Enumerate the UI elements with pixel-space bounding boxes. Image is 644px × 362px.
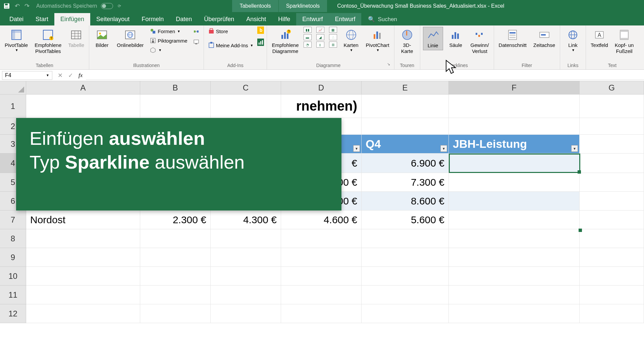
row-header-9[interactable]: 9 [0, 248, 26, 267]
row-header-11[interactable]: 11 [0, 286, 26, 304]
smartart-icon[interactable] [193, 28, 200, 35]
line-chart-icon[interactable]: 📈 [316, 27, 324, 33]
tab-formeln[interactable]: Formeln [136, 13, 170, 25]
col-header-G[interactable]: G [580, 81, 644, 95]
tab-daten[interactable]: Daten [170, 13, 198, 25]
redo-icon[interactable]: ↷ [24, 2, 30, 10]
screenshot-icon[interactable] [193, 38, 200, 45]
undo-icon[interactable]: ↶ [15, 2, 20, 10]
row-header-12[interactable]: 12 [0, 304, 26, 323]
autosave-toggle[interactable] [101, 3, 113, 9]
col-header-C[interactable]: C [211, 81, 281, 95]
row-header-10[interactable]: 10 [0, 267, 26, 286]
tab-einfuegen[interactable]: Einfügen [54, 13, 90, 25]
cell-E4[interactable]: 6.900 € [362, 154, 449, 173]
scatter-chart-icon[interactable]: ∴ [329, 34, 337, 40]
select-all-button[interactable] [0, 81, 26, 95]
cell-G6[interactable] [580, 192, 644, 210]
cell-F3[interactable]: JBH-Leistung▼ [449, 135, 580, 154]
meine-addins-button[interactable]: Meine Add-Ins▼ [207, 41, 255, 50]
cell-A1[interactable] [26, 95, 140, 118]
col-header-D[interactable]: D [281, 81, 362, 95]
filter-button[interactable]: ▼ [440, 145, 447, 152]
cell-F2[interactable] [449, 118, 580, 135]
pivotchart-button[interactable]: PivotChart ▼ [364, 27, 391, 53]
tabelle-button[interactable]: Tabelle [66, 27, 86, 50]
karten-button[interactable]: Karten ▼ [341, 27, 361, 53]
chevron-down-icon[interactable]: ▼ [46, 73, 49, 77]
3dmodel-button[interactable]: ▼ [148, 46, 189, 54]
filter-button[interactable]: ▼ [571, 145, 578, 152]
column-chart-icon[interactable]: ▮▮ [304, 27, 312, 33]
dialog-launcher-icon[interactable]: ↘ [387, 62, 391, 69]
range-handle[interactable] [579, 229, 582, 232]
sparkline-gewinn-button[interactable]: Gewinn/ Verlust [469, 27, 491, 56]
cell-B7[interactable]: 2.300 € [140, 210, 211, 229]
cell-G2[interactable] [580, 118, 644, 135]
stock-chart-icon[interactable]: ⫿ [316, 42, 324, 48]
tab-seitenlayout[interactable]: Seitenlayout [90, 13, 136, 25]
fx-icon[interactable]: fx [78, 72, 83, 79]
save-icon[interactable] [3, 3, 10, 9]
bar-chart-icon[interactable]: ▬ [304, 34, 312, 40]
cell-F1[interactable] [449, 95, 580, 118]
tab-ansicht[interactable]: Ansicht [240, 13, 272, 25]
onlinebilder-button[interactable]: Onlinebilder [115, 27, 146, 50]
combo-chart-icon[interactable]: ⊞ [329, 42, 337, 48]
cell-G5[interactable] [580, 173, 644, 192]
people-graph-icon[interactable] [257, 39, 264, 46]
row-header-7[interactable]: 7 [0, 210, 26, 229]
empfohlene-pivottables-button[interactable]: ? Empfohlene PivotTables [33, 27, 63, 56]
cell-D1[interactable]: rnehmen) [281, 95, 362, 118]
cell-F7[interactable] [449, 210, 580, 229]
formula-input[interactable] [86, 71, 644, 80]
tab-hilfe[interactable]: Hilfe [272, 13, 296, 25]
enter-icon[interactable]: ✓ [68, 72, 73, 79]
cell-G7[interactable] [580, 210, 644, 229]
tab-ueberpruefen[interactable]: Überprüfen [198, 13, 240, 25]
tell-me-search[interactable]: 🔍 Suchen [368, 16, 397, 25]
cancel-icon[interactable]: ✕ [58, 72, 63, 79]
col-header-E[interactable]: E [362, 81, 449, 95]
cell-G4[interactable] [580, 154, 644, 173]
cell-C1[interactable] [211, 95, 281, 118]
cell-E3[interactable]: Q4▼ [362, 135, 449, 154]
name-box[interactable]: F4 ▼ [2, 71, 52, 80]
cell-F5[interactable] [449, 173, 580, 192]
pie-chart-icon[interactable]: ◔ [304, 42, 312, 48]
cell-E1[interactable] [362, 95, 449, 118]
link-button[interactable]: Link ▼ [563, 27, 583, 53]
empfohlene-diagramme-button[interactable]: ? Empfohlene Diagramme [270, 27, 301, 56]
area-chart-icon[interactable]: ◢ [316, 34, 324, 40]
cell-E6[interactable]: 8.600 € [362, 192, 449, 210]
cell-A7[interactable]: Nordost [26, 210, 140, 229]
cell-F4[interactable] [449, 154, 580, 173]
filter-button[interactable]: ▼ [353, 145, 360, 152]
treemap-chart-icon[interactable]: ▦ [329, 27, 337, 33]
cell-G1[interactable] [580, 95, 644, 118]
cell-G3[interactable] [580, 135, 644, 154]
formen-button[interactable]: Formen▼ [148, 27, 189, 36]
textfeld-button[interactable]: A Textfeld [589, 27, 610, 50]
cell-E2[interactable] [362, 118, 449, 135]
cell-D7[interactable]: 4.600 € [281, 210, 362, 229]
piktogramme-button[interactable]: Piktogramme [148, 36, 189, 45]
cell-C7[interactable]: 4.300 € [211, 210, 281, 229]
datenschnitt-button[interactable]: Datenschnitt [497, 27, 529, 50]
cell-B1[interactable] [140, 95, 211, 118]
kopfzeile-button[interactable]: Kopf- un Fußzeil [613, 27, 636, 56]
sparkline-linie-button[interactable]: Linie [423, 27, 443, 50]
row-header-8[interactable]: 8 [0, 229, 26, 248]
cell-E7[interactable]: 5.600 € [362, 210, 449, 229]
bing-icon[interactable]: b [257, 27, 264, 34]
col-header-A[interactable]: A [26, 81, 140, 95]
tab-datei[interactable]: Datei [3, 13, 30, 25]
tab-start[interactable]: Start [30, 13, 54, 25]
cell-F6[interactable] [449, 192, 580, 210]
row-header-1[interactable]: 1 [0, 95, 26, 118]
col-header-F[interactable]: F [449, 81, 580, 95]
zeitachse-button[interactable]: Zeitachse [531, 27, 557, 50]
bilder-button[interactable]: Bilder [92, 27, 112, 50]
3d-karte-button[interactable]: 3D- Karte [397, 27, 417, 56]
sparkline-saeule-button[interactable]: Säule [446, 27, 466, 50]
